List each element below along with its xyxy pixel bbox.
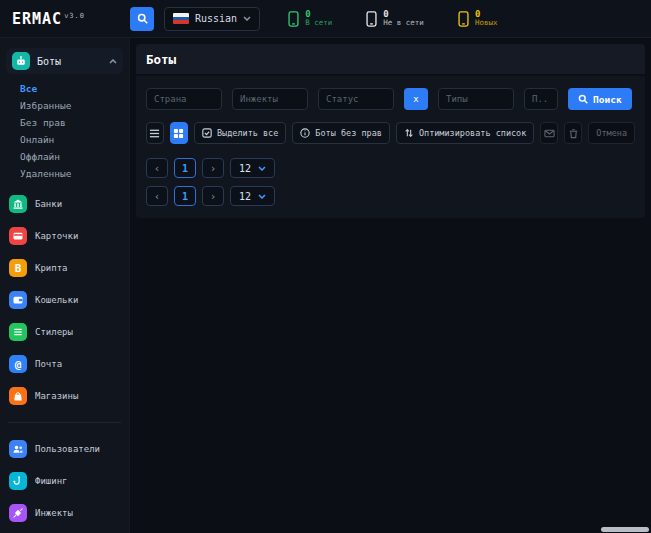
injects-input[interactable] xyxy=(232,88,308,110)
sidebar-item-wallets[interactable]: Кошельки xyxy=(0,284,129,316)
view-list-button[interactable] xyxy=(146,122,164,144)
search-icon xyxy=(137,13,148,24)
page-number-button[interactable]: 1 xyxy=(174,186,196,206)
search-button-label: Поиск xyxy=(593,94,622,105)
sidebar-item-stealers[interactable]: Стилеры xyxy=(0,316,129,348)
phone-offline-icon xyxy=(366,11,377,27)
prev-page-button[interactable]: ‹ xyxy=(146,158,168,178)
search-icon xyxy=(578,94,588,104)
next-page-button[interactable]: › xyxy=(202,158,224,178)
clear-filter-button[interactable]: х xyxy=(404,88,428,110)
sidebar-item-label: Пользователи xyxy=(35,444,100,454)
sidebar-item-shops[interactable]: Магазины xyxy=(0,380,129,412)
sidebar-item-no-perms[interactable]: Без прав xyxy=(16,114,129,131)
sidebar-item-cards[interactable]: Карточки xyxy=(0,220,129,252)
next-page-button[interactable]: › xyxy=(202,186,224,206)
stat-online: 0 В сети xyxy=(288,9,332,28)
sidebar-item-favorites[interactable]: Избранные xyxy=(16,97,129,114)
search-button[interactable] xyxy=(130,7,154,31)
language-label: Russian xyxy=(195,13,237,24)
new-label: Новых xyxy=(475,19,498,28)
per-page-select[interactable]: 12 xyxy=(230,158,275,178)
page-number-button[interactable]: 1 xyxy=(174,158,196,178)
select-all-button[interactable]: Выделить все xyxy=(194,122,286,144)
list-view-icon xyxy=(149,128,160,139)
bitcoin-icon: B xyxy=(9,259,27,277)
bots-no-perms-label: Боты без прав xyxy=(315,128,382,138)
list-icon xyxy=(9,323,27,341)
bots-no-perms-button[interactable]: Боты без прав xyxy=(292,122,390,144)
per-page-value: 12 xyxy=(239,191,251,202)
phone-online-icon xyxy=(288,11,299,27)
page-title-bar: Боты xyxy=(136,44,645,74)
sidebar-item-label: Карточки xyxy=(35,231,78,241)
view-grid-button[interactable] xyxy=(170,122,188,144)
delete-action-button[interactable] xyxy=(564,122,582,144)
pagination-top: ‹ 1 › 12 xyxy=(146,158,635,178)
cancel-button[interactable]: Отмена xyxy=(588,122,635,144)
stat-offline: 0 Не в сети xyxy=(366,9,424,28)
sidebar-item-offline[interactable]: Оффлайн xyxy=(16,148,129,165)
chevron-down-icon xyxy=(243,16,251,21)
sidebar-divider xyxy=(8,422,121,423)
card-icon xyxy=(9,227,27,245)
sort-icon xyxy=(404,128,414,138)
sidebar-item-online[interactable]: Онлайн xyxy=(16,131,129,148)
pagination-bottom: ‹ 1 › 12 xyxy=(146,186,635,206)
online-label: В сети xyxy=(305,19,332,28)
country-input[interactable] xyxy=(146,88,222,110)
sidebar-item-label: Инжекты xyxy=(35,508,73,518)
chevron-down-icon xyxy=(258,166,266,171)
bots-sub-list: Все Избранные Без прав Онлайн Оффлайн Уд… xyxy=(0,78,129,188)
bank-icon xyxy=(9,195,27,213)
chevron-up-icon xyxy=(109,59,117,64)
robot-icon xyxy=(12,52,30,70)
russian-flag-icon xyxy=(173,13,189,24)
sidebar-item-users[interactable]: Пользователи xyxy=(0,433,129,465)
checkbox-icon xyxy=(202,128,212,138)
per-page-select[interactable]: 12 xyxy=(230,186,275,206)
sidebar-item-mail[interactable]: @ Почта xyxy=(0,348,129,380)
chevron-down-icon xyxy=(258,194,266,199)
horizontal-scrollbar-thumb[interactable] xyxy=(601,527,649,532)
sidebar-item-banks[interactable]: Банки xyxy=(0,188,129,220)
extra-filter-input[interactable] xyxy=(524,88,558,110)
phishing-hook-icon xyxy=(9,472,27,490)
page-title: Боты xyxy=(146,52,176,67)
sidebar-item-all[interactable]: Все xyxy=(16,80,129,97)
prev-page-button[interactable]: ‹ xyxy=(146,186,168,206)
filters-row: х Поиск xyxy=(146,88,635,110)
stat-new: 0 Новых xyxy=(458,9,498,28)
main-content: Боты х Поиск xyxy=(130,38,651,533)
sidebar-item-injects[interactable]: Инжекты xyxy=(0,497,129,529)
language-select[interactable]: Russian xyxy=(164,7,260,31)
shopping-bag-icon xyxy=(9,387,27,405)
search-submit-button[interactable]: Поиск xyxy=(568,88,632,110)
bot-status-stats: 0 В сети 0 Не в сети xyxy=(288,9,497,28)
sidebar-item-label: Кошельки xyxy=(35,295,78,305)
sidebar-item-permissions[interactable]: Права xyxy=(0,529,129,533)
optimize-list-button[interactable]: Оптимизировать список xyxy=(396,122,534,144)
message-action-button[interactable] xyxy=(540,122,558,144)
sidebar-item-label: Магазины xyxy=(35,391,78,401)
select-all-label: Выделить все xyxy=(217,128,278,138)
sidebar-item-label: Банки xyxy=(35,199,62,209)
sidebar-group-bots[interactable]: Боты xyxy=(6,48,123,74)
sidebar-item-deleted[interactable]: Удаленные xyxy=(16,165,129,182)
types-input[interactable] xyxy=(438,88,514,110)
grid-view-icon xyxy=(173,128,184,139)
envelope-icon xyxy=(544,128,555,139)
brand-logo: ERMACv3.0 xyxy=(0,10,130,28)
sidebar-group-label: Боты xyxy=(37,56,61,67)
cancel-label: Отмена xyxy=(596,128,627,138)
toolbar-row: Выделить все Боты без прав xyxy=(146,122,635,144)
bots-panel: х Поиск xyxy=(136,76,645,218)
brand-name: ERMAC xyxy=(12,10,62,28)
sidebar-item-phishing[interactable]: Фишинг xyxy=(0,465,129,497)
status-input[interactable] xyxy=(318,88,394,110)
trash-icon xyxy=(568,128,579,139)
sidebar-item-crypto[interactable]: B Крипта xyxy=(0,252,129,284)
topbar: ERMACv3.0 Russian xyxy=(0,0,651,38)
sidebar-item-label: Почта xyxy=(35,359,62,369)
sidebar: Боты Все Избранные Без прав Онлайн Оффла… xyxy=(0,38,130,533)
